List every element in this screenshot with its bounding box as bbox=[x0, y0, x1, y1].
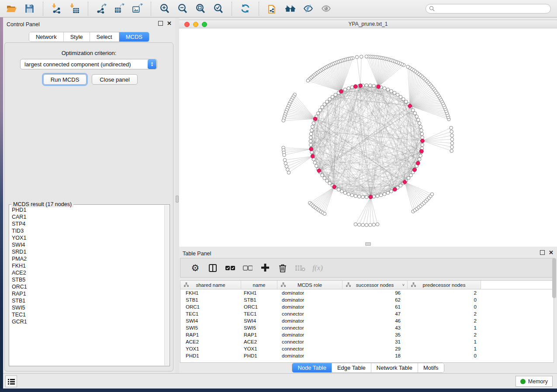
column-label: predecessor nodes bbox=[423, 282, 466, 288]
mcds-result-item[interactable]: YOX1 bbox=[9, 234, 164, 241]
toolbar-separator bbox=[43, 2, 43, 16]
mcds-result-item[interactable]: SRD1 bbox=[9, 248, 164, 255]
refresh-button[interactable] bbox=[236, 1, 254, 17]
search-field[interactable] bbox=[426, 4, 551, 14]
mcds-result-item[interactable]: STB1 bbox=[9, 297, 164, 304]
tab-mcds[interactable]: MCDS bbox=[119, 32, 149, 41]
float-panel-icon[interactable] bbox=[540, 250, 545, 255]
column-header-name[interactable]: name bbox=[241, 281, 277, 289]
tab-network-table[interactable]: Network Table bbox=[371, 363, 418, 372]
mcds-result-item[interactable]: FKH1 bbox=[9, 262, 164, 269]
zoom-out-button[interactable] bbox=[173, 1, 191, 17]
mcds-result-item[interactable]: PHD1 bbox=[9, 206, 164, 213]
header-filler bbox=[481, 281, 554, 289]
mcds-list-scrollbar[interactable] bbox=[164, 205, 169, 365]
mcds-result-item[interactable]: STB5 bbox=[9, 276, 164, 283]
node-table: shared namenameMCDS rolesuccessor nodes˅… bbox=[180, 280, 554, 363]
tab-motifs[interactable]: Motifs bbox=[418, 363, 444, 372]
mcds-result-item[interactable]: SWI5 bbox=[9, 304, 164, 311]
function-builder-button[interactable]: f(x) bbox=[309, 260, 326, 276]
dropdown-stepper-icon: ▲▼ bbox=[148, 59, 156, 69]
mcds-result-item[interactable]: STP4 bbox=[9, 220, 164, 227]
table-row[interactable]: FKH1FKH1dominator962 bbox=[180, 289, 554, 296]
export-network-button[interactable] bbox=[93, 1, 111, 17]
tab-edge-table[interactable]: Edge Table bbox=[332, 363, 371, 372]
deselect-all-button[interactable] bbox=[239, 260, 256, 276]
mcds-result-item[interactable]: TEC1 bbox=[9, 311, 164, 318]
delete-column-button[interactable] bbox=[274, 260, 291, 276]
close-panel-icon[interactable]: ✕ bbox=[167, 21, 172, 26]
search-input[interactable] bbox=[435, 6, 550, 12]
tab-style[interactable]: Style bbox=[64, 32, 90, 41]
hide-graphics-details-icon bbox=[303, 3, 314, 14]
mcds-result-item[interactable]: ACE2 bbox=[9, 269, 164, 276]
table-cell: connector bbox=[277, 345, 343, 352]
vertical-splitter[interactable] bbox=[175, 17, 179, 373]
mcds-result-item[interactable]: CAR1 bbox=[9, 213, 164, 220]
close-panel-button[interactable]: Close panel bbox=[92, 74, 138, 85]
mcds-result-list[interactable]: PHD1CAR1STP4TID3YOX1SWI4SRD1PMA2FKH1ACE2… bbox=[9, 206, 164, 366]
plus-icon bbox=[261, 264, 270, 272]
run-mcds-button[interactable]: Run MCDS bbox=[43, 74, 86, 85]
export-image-button[interactable] bbox=[128, 1, 146, 17]
table-row[interactable]: YOX1YOX1connector291 bbox=[180, 345, 554, 352]
column-header-MCDS-role[interactable]: MCDS role bbox=[277, 281, 343, 289]
close-panel-icon[interactable]: ✕ bbox=[549, 250, 554, 255]
column-header-shared-name[interactable]: shared name bbox=[180, 281, 241, 289]
column-label: MCDS role bbox=[298, 282, 322, 288]
add-column-button[interactable] bbox=[256, 260, 274, 276]
table-cell: YOX1 bbox=[180, 345, 241, 352]
table-row[interactable]: STB1STB1dominator620 bbox=[180, 296, 554, 303]
network-window-titlebar[interactable]: YPA_prune.txt_1 bbox=[179, 20, 557, 28]
mcds-result-item[interactable]: RAP1 bbox=[9, 290, 164, 297]
zoom-in-button[interactable] bbox=[156, 1, 173, 17]
task-history-button[interactable] bbox=[5, 375, 17, 387]
table-row[interactable]: TEC1TEC1connector472 bbox=[180, 310, 554, 317]
export-table-button[interactable] bbox=[111, 1, 128, 17]
import-table-button[interactable] bbox=[66, 1, 83, 17]
network-document-button[interactable] bbox=[263, 1, 281, 17]
table-cell: dominator bbox=[277, 352, 343, 359]
column-header-predecessor-nodes[interactable]: predecessor nodes bbox=[408, 281, 481, 289]
open-folder-button[interactable] bbox=[3, 1, 21, 17]
tab-node-table[interactable]: Node Table bbox=[292, 363, 332, 372]
table-row[interactable]: SWI4SWI4dominator462 bbox=[180, 317, 554, 324]
select-all-button[interactable] bbox=[221, 260, 239, 276]
tab-select[interactable]: Select bbox=[90, 32, 119, 41]
show-graphics-details-button[interactable] bbox=[317, 1, 335, 17]
hide-graphics-details-button[interactable] bbox=[299, 1, 317, 17]
splitter-handle[interactable] bbox=[176, 196, 179, 203]
sort-chevron-icon[interactable]: ˅ bbox=[402, 283, 405, 287]
delete-table-button[interactable] bbox=[291, 260, 309, 276]
split-panel-button[interactable] bbox=[204, 260, 221, 276]
save-session-button[interactable] bbox=[21, 1, 38, 17]
mcds-result-item[interactable]: SWI4 bbox=[9, 241, 164, 248]
table-cell: 18 bbox=[343, 352, 408, 359]
criterion-dropdown[interactable]: largest connected component (undirected)… bbox=[20, 59, 157, 69]
table-row[interactable]: SWI5SWI5connector431 bbox=[180, 324, 554, 331]
main-toolbar bbox=[0, 0, 557, 17]
mcds-result-item[interactable]: GCR1 bbox=[9, 318, 164, 325]
memory-button[interactable]: Memory bbox=[515, 376, 553, 387]
home-pair-button[interactable] bbox=[281, 1, 299, 17]
table-row[interactable]: ACE2ACE2connector311 bbox=[180, 338, 554, 345]
table-cell: RAP1 bbox=[180, 331, 241, 338]
column-type-icon bbox=[281, 282, 286, 287]
import-network-button[interactable] bbox=[48, 1, 66, 17]
table-row[interactable]: RAP1RAP1dominator352 bbox=[180, 331, 554, 338]
mcds-result-item[interactable]: ORC1 bbox=[9, 283, 164, 290]
mcds-result-item[interactable]: PMA2 bbox=[9, 255, 164, 262]
column-header-successor-nodes[interactable]: successor nodes˅ bbox=[343, 281, 408, 289]
network-canvas[interactable] bbox=[179, 28, 557, 247]
zoom-selected-button[interactable] bbox=[209, 1, 227, 17]
gear-button[interactable]: ⚙ bbox=[187, 260, 204, 276]
float-panel-icon[interactable] bbox=[158, 21, 163, 26]
table-row[interactable]: ORC1ORC1dominator610 bbox=[180, 303, 554, 310]
zoom-fit-button[interactable] bbox=[191, 1, 209, 17]
table-cell: dominator bbox=[277, 317, 343, 324]
table-scrollbar[interactable] bbox=[552, 258, 556, 298]
mcds-result-item[interactable]: TID3 bbox=[9, 227, 164, 234]
table-row[interactable]: PHD1PHD1dominator180 bbox=[180, 352, 554, 359]
horizontal-splitter-handle[interactable] bbox=[365, 242, 371, 246]
tab-network[interactable]: Network bbox=[29, 32, 64, 41]
